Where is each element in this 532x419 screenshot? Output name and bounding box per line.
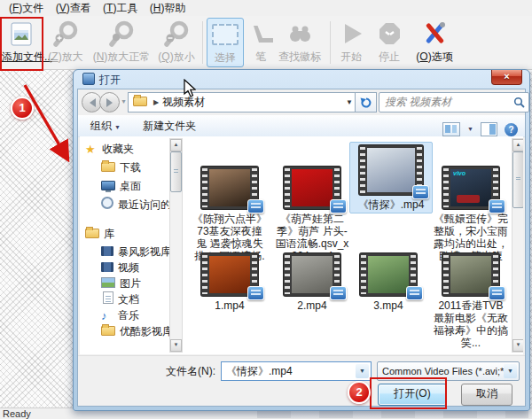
zoom-normal-button[interactable]: N放大正常 <box>89 18 154 65</box>
search-input[interactable]: 搜索 视频素材 <box>379 92 529 113</box>
sidebar-desktop[interactable]: 桌面 <box>80 177 183 196</box>
scrollbar-thumb[interactable] <box>170 151 182 192</box>
select-tool-icon <box>207 19 243 50</box>
menu-help[interactable]: H帮助 <box>150 0 186 16</box>
sidebar-scrollbar[interactable]: ▲ ▼ <box>169 138 183 353</box>
file-list-scrollbar[interactable]: ▲ ▼ <box>512 138 523 353</box>
filename-combobox[interactable]: 《情探》.mp4 ▼ <box>221 361 372 381</box>
organize-menu[interactable]: 组织▼ <box>90 115 121 138</box>
chevron-down-icon[interactable]: ▼ <box>356 364 369 378</box>
search-icon <box>513 97 525 108</box>
file-item-selected[interactable]: 《情探》.mp4 <box>349 142 433 213</box>
music-note-icon: ♪ <box>101 311 113 322</box>
open-button[interactable]: 打开(O) <box>378 384 447 406</box>
recent-places-icon <box>101 197 113 209</box>
media-overlay-icon <box>489 286 505 300</box>
scrollbar-thumb[interactable] <box>512 151 523 208</box>
views-icon[interactable] <box>442 122 460 136</box>
screenshot-root: F文件 V查看 T工具 H帮助 添加文件... Z放大 N放大正常 <box>0 0 532 419</box>
pen-tool-button[interactable]: 笔 <box>248 18 273 65</box>
help-icon[interactable]: ? <box>505 123 518 136</box>
menu-file[interactable]: F文件 <box>9 0 43 16</box>
file-item[interactable]: 1.mp4 <box>192 253 267 312</box>
chevron-down-icon: ▼ <box>114 124 121 130</box>
forward-arrow-icon <box>106 98 117 107</box>
video-thumbnail <box>360 253 417 296</box>
add-file-icon <box>2 18 41 50</box>
annotation-step-2: 2 <box>348 381 371 404</box>
downloads-folder-icon <box>101 162 115 172</box>
sidebar-pictures[interactable]: 图片 <box>80 275 183 291</box>
forward-button[interactable] <box>99 92 120 113</box>
sidebar-recent-places[interactable]: 最近访问的位 <box>80 196 183 214</box>
pen-tool-icon <box>248 18 273 50</box>
stop-button[interactable]: 停止 <box>372 18 406 65</box>
sidebar-downloads[interactable]: 下载 <box>80 159 183 177</box>
open-dialog: 打开 × ▼ ▶视频素材 ▼ 搜索 视频素材 组织▼ 新建文件夹 <box>73 69 530 411</box>
video-thumbnail <box>359 145 423 195</box>
sidebar-videos[interactable]: 视频 <box>80 260 183 275</box>
video-thumbnail <box>201 253 258 296</box>
binoculars-icon <box>273 18 326 50</box>
play-icon <box>334 18 368 50</box>
file-item[interactable]: 2011香港TVB最新电影《无敌福禄寿》中的搞笑... <box>434 253 508 349</box>
file-item[interactable]: 3.mp4 <box>351 253 426 312</box>
scroll-down-icon[interactable]: ▼ <box>170 339 182 352</box>
filename-label: 文件名(N): <box>127 364 215 379</box>
chevron-down-icon[interactable]: ▼ <box>504 364 517 378</box>
back-arrow-icon <box>85 98 96 107</box>
sidebar-music[interactable]: ♪音乐 <box>80 307 183 323</box>
background-windows <box>257 410 528 418</box>
video-thumbnail <box>284 167 340 209</box>
video-icon <box>101 262 113 272</box>
file-item[interactable]: 《葫芦娃第二季》葫芦 片头-国语流畅.qsv_x264.mp4 <box>275 167 349 262</box>
recent-pages-dropdown[interactable]: ▼ <box>121 98 127 105</box>
sidebar-youku-library[interactable]: 优酷影视库 <box>80 323 183 339</box>
preview-pane-icon[interactable] <box>481 122 497 136</box>
scroll-down-icon[interactable]: ▼ <box>512 339 523 352</box>
file-grid: 《陈翔六点半》73基友深夜撞鬼 遇袭惊魂失措！-国语流畅.qsv_x... 《葫… <box>184 136 511 354</box>
options-button[interactable]: O选项 <box>410 18 459 65</box>
menu-bar: F文件 V查看 T工具 H帮助 <box>0 0 532 16</box>
options-tools-icon <box>410 18 459 50</box>
sidebar-baofeng-library[interactable]: 暴风影视库 <box>80 244 183 260</box>
youku-folder-icon <box>101 326 115 336</box>
breadcrumb[interactable]: 视频素材 <box>162 96 205 108</box>
file-item[interactable]: 2.mp4 <box>275 253 349 312</box>
media-overlay-icon <box>247 286 264 300</box>
media-overlay-icon <box>412 185 429 199</box>
menu-view[interactable]: V查看 <box>56 0 91 16</box>
sidebar-libraries[interactable]: 库 <box>80 225 183 244</box>
star-icon: ★ <box>85 144 98 155</box>
refresh-icon <box>360 97 372 109</box>
menu-tools[interactable]: T工具 <box>103 0 137 16</box>
refresh-button[interactable] <box>355 92 377 113</box>
address-bar[interactable]: ▶视频素材 ▼ <box>128 92 357 113</box>
zoom-out-icon <box>156 18 197 50</box>
select-tool-button[interactable]: 选择 <box>207 18 244 67</box>
start-button[interactable]: 开始 <box>334 18 368 65</box>
new-folder-button[interactable]: 新建文件夹 <box>143 115 196 136</box>
document-icon <box>103 291 113 304</box>
zoom-in-icon <box>44 18 87 50</box>
find-logo-button[interactable]: 查找徽标 <box>273 18 326 65</box>
video-thumbnail <box>201 167 258 209</box>
desktop-icon <box>101 181 115 190</box>
video-thumbnail <box>284 253 340 296</box>
scroll-up-icon[interactable]: ▲ <box>512 139 523 151</box>
zoom-out-button[interactable]: Q放小 <box>156 18 197 65</box>
close-button[interactable]: × <box>491 70 522 85</box>
scroll-up-icon[interactable]: ▲ <box>170 139 182 151</box>
dialog-footer: 文件名(N): 《情探》.mp4 ▼ Common Video Files (*… <box>78 355 525 406</box>
add-file-button[interactable]: 添加文件... <box>2 18 41 65</box>
address-dropdown-icon[interactable]: ▼ <box>346 93 353 112</box>
filetype-combobox[interactable]: Common Video Files (*.avi;*. ▼ <box>377 361 520 381</box>
zoom-in-button[interactable]: Z放大 <box>44 18 87 65</box>
sidebar-favorites[interactable]: ★收藏夹 <box>80 140 183 159</box>
film-icon <box>101 246 113 256</box>
navigation-sidebar: ★收藏夹 下载 桌面 最近访问的位 库 暴风影视库 视频 图片 文档 ♪音乐 优… <box>80 136 183 354</box>
annotation-step-1: 1 <box>11 97 34 120</box>
libraries-icon <box>85 229 99 238</box>
sidebar-documents[interactable]: 文档 <box>80 291 183 307</box>
cancel-button[interactable]: 取消 <box>461 384 512 406</box>
